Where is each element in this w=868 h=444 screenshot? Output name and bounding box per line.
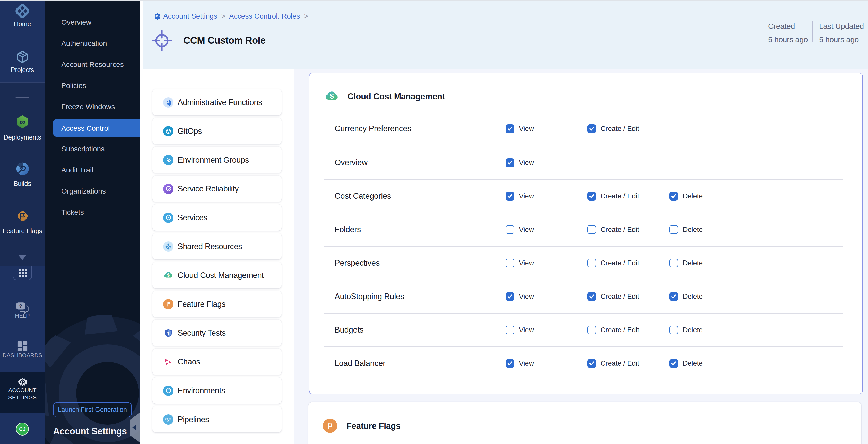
svg-text:$: $	[330, 92, 334, 100]
svg-text:∞: ∞	[20, 118, 25, 126]
svg-text:$: $	[167, 272, 169, 278]
svg-text:?: ?	[19, 304, 22, 309]
